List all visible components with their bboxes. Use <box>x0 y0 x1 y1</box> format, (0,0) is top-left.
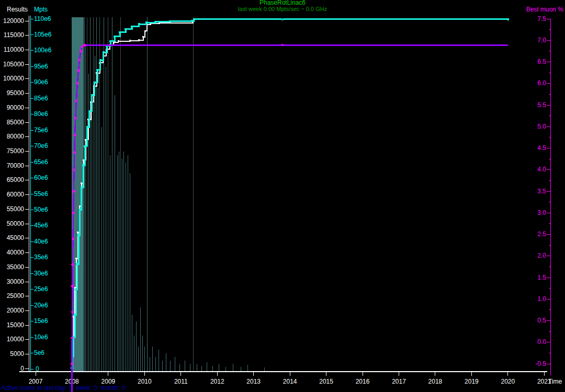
muon-series <box>70 43 508 392</box>
results-series <box>71 22 194 368</box>
muon1-stats-window: Results Mpts Best muon % PhaseRotLinac6 … <box>0 0 565 392</box>
chart-canvas <box>0 0 565 392</box>
time-axis-label: Time <box>548 378 562 385</box>
mpts-series <box>71 18 508 370</box>
